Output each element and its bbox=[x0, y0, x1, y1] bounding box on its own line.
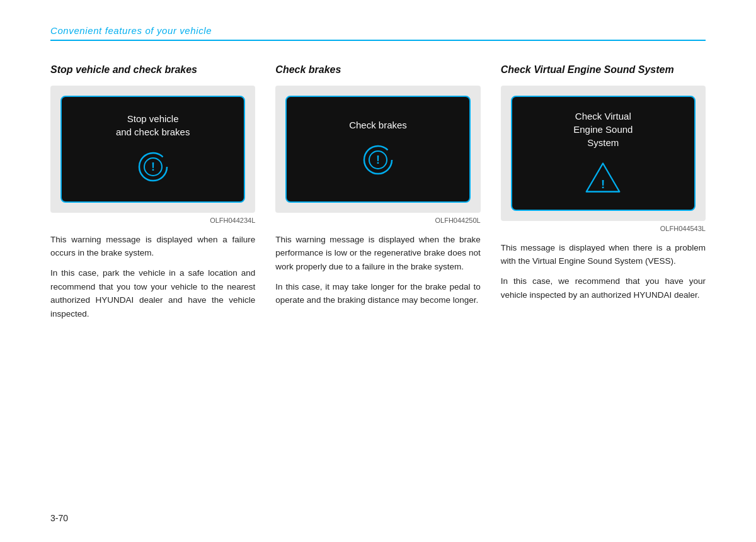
columns-layout: Stop vehicle and check brakes Stop vehic… bbox=[50, 64, 706, 320]
col3-screen-text: Check Virtual Engine Sound System bbox=[573, 110, 633, 149]
page-container: Convenient features of your vehicle Stop… bbox=[0, 0, 756, 358]
col2-display-box: Check brakes ! bbox=[275, 86, 480, 213]
page-title: Convenient features of your vehicle bbox=[50, 25, 212, 36]
svg-text:!: ! bbox=[376, 154, 380, 166]
col1-image-label: OLFH044234L bbox=[50, 217, 255, 224]
col2-image-label: OLFH044250L bbox=[275, 217, 480, 224]
col3-screen: Check Virtual Engine Sound System ! bbox=[511, 96, 696, 211]
col3-description: This message is displayed when there is … bbox=[501, 241, 706, 302]
col3-image-label: OLFH044543L bbox=[501, 225, 706, 232]
brake-warning-icon-2: ! bbox=[361, 143, 395, 177]
brake-warning-icon: ! bbox=[136, 150, 170, 184]
column-check-brakes: Check brakes Check brakes ! OLFH044250L … bbox=[275, 64, 480, 307]
col2-screen: Check brakes ! bbox=[285, 96, 470, 203]
col2-screen-text: Check brakes bbox=[349, 118, 407, 132]
col3-title: Check Virtual Engine Sound System bbox=[501, 64, 706, 77]
col1-display-box: Stop vehicle and check brakes ! bbox=[50, 86, 255, 213]
col1-title: Stop vehicle and check brakes bbox=[50, 64, 255, 77]
triangle-warning-icon: ! bbox=[584, 161, 622, 195]
column-check-vess: Check Virtual Engine Sound System Check … bbox=[501, 64, 706, 302]
page-number: 3-70 bbox=[50, 513, 68, 523]
col1-screen: Stop vehicle and check brakes ! bbox=[60, 96, 245, 203]
col1-description: This warning message is displayed when a… bbox=[50, 233, 255, 321]
col1-screen-text: Stop vehicle and check brakes bbox=[116, 112, 190, 138]
col3-display-box: Check Virtual Engine Sound System ! bbox=[501, 86, 706, 221]
svg-text:!: ! bbox=[151, 161, 155, 173]
col2-description: This warning message is displayed when t… bbox=[275, 233, 480, 307]
col2-title: Check brakes bbox=[275, 64, 480, 77]
page-header: Convenient features of your vehicle bbox=[50, 25, 706, 41]
svg-text:!: ! bbox=[601, 178, 605, 191]
column-stop-vehicle: Stop vehicle and check brakes Stop vehic… bbox=[50, 64, 255, 320]
